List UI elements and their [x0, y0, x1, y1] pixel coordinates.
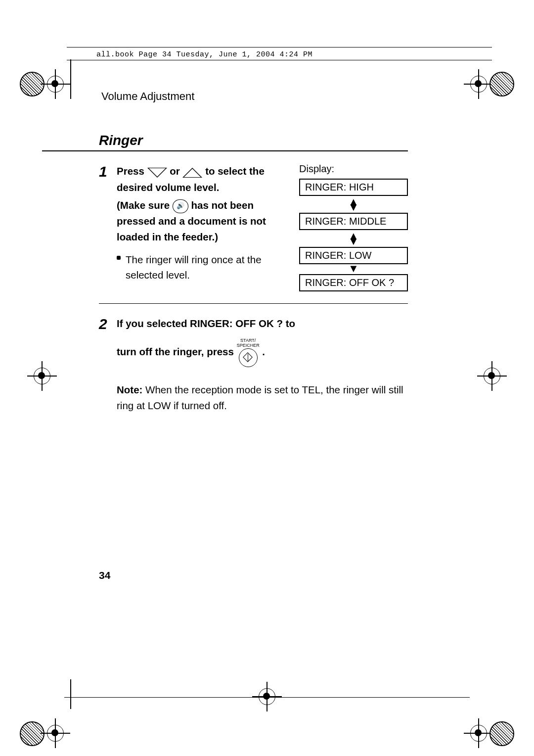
step1-or: or [170, 165, 182, 177]
step2-line1: If you selected RINGER: OFF OK ? to [117, 316, 408, 331]
display-off: RINGER: OFF OK ? [299, 274, 408, 291]
speaker-key-icon: 🔊 [173, 199, 188, 213]
step2-line2a: turn off the ringer, press [117, 346, 237, 357]
down-key-icon [147, 164, 167, 180]
arrow-updown-icon: ▲▼ [299, 230, 408, 247]
step2-line2b: . [262, 346, 265, 357]
step1-makesure: (Make sure [117, 199, 173, 211]
step-2: 2 If you selected RINGER: OFF OK ? to tu… [99, 304, 408, 413]
bullet-icon [117, 256, 121, 260]
section-title: Volume Adjustment [42, 60, 492, 103]
ringer-heading: Ringer [42, 103, 408, 151]
step-1-number: 1 [99, 163, 117, 291]
display-middle: RINGER: MIDDLE [299, 213, 408, 230]
note-text: When the reception mode is set to TEL, t… [117, 384, 403, 411]
step-1: 1 Press or to select the desired volume … [99, 151, 408, 304]
step1-press: Press [117, 165, 147, 177]
start-key-icon: START/ SPEICHER [237, 338, 260, 367]
step-2-number: 2 [99, 316, 117, 413]
up-key-icon [182, 164, 202, 180]
display-label: Display: [299, 163, 408, 175]
arrow-updown-icon: ▲▼ [299, 196, 408, 213]
step1-bullet: The ringer will ring once at the selecte… [126, 252, 289, 284]
note-label: Note: [117, 384, 142, 395]
display-low: RINGER: LOW [299, 247, 408, 264]
page-number: 34 [99, 569, 110, 581]
header-meta: all.book Page 34 Tuesday, June 1, 2004 4… [67, 47, 492, 60]
arrow-down-icon: ▼ [299, 264, 408, 274]
display-high: RINGER: HIGH [299, 179, 408, 196]
